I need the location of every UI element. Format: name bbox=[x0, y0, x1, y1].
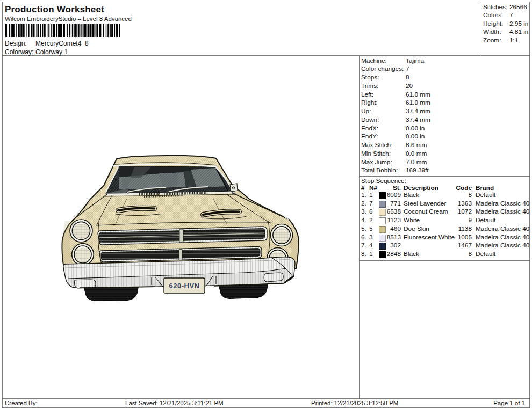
row-brand: Madeira Classic 40 bbox=[476, 208, 529, 216]
barcode-bar bbox=[8, 24, 8, 37]
stop-sequence-row: 2.7771Steel Lavender1363Madeira Classic … bbox=[360, 200, 529, 208]
barcode-bar bbox=[48, 24, 49, 37]
column-header-brand: Brand bbox=[476, 184, 494, 192]
barcode-bar bbox=[119, 24, 120, 37]
machine-info-value: 61.0 mm bbox=[406, 91, 430, 99]
machine-info-label: EndY: bbox=[361, 133, 378, 141]
machine-info-label: EndX: bbox=[361, 125, 378, 133]
footer-created-by: Created By: bbox=[5, 399, 38, 407]
machine-info-value: 37.4 mm bbox=[406, 107, 430, 116]
barcode-bar bbox=[5, 24, 7, 37]
row-code: 8 bbox=[438, 191, 472, 200]
row-code: 1138 bbox=[438, 225, 472, 233]
machine-info-row: Left:61.0 mm bbox=[360, 91, 529, 99]
machine-info-label: Down: bbox=[361, 116, 379, 125]
row-thread-number: 2848 bbox=[384, 250, 401, 259]
barcode-bar bbox=[21, 24, 23, 37]
barcode-bar bbox=[11, 24, 12, 37]
barcode-bar bbox=[106, 24, 106, 37]
row-code: 1363 bbox=[438, 200, 472, 208]
row-brand: Default bbox=[476, 250, 495, 259]
row-thread-number: 8513 bbox=[384, 233, 401, 242]
row-number: 6. bbox=[361, 233, 366, 242]
row-code: 9 bbox=[438, 216, 472, 225]
barcode-bar bbox=[90, 24, 92, 37]
stats-label: Colors: bbox=[483, 11, 503, 20]
barcode-bar bbox=[114, 24, 115, 37]
design-value: MercuryComet4_8 bbox=[35, 40, 89, 47]
row-description: White bbox=[404, 216, 420, 225]
barcode-bar bbox=[56, 24, 57, 37]
barcode-bar bbox=[105, 24, 105, 37]
machine-info-label: Max Stitch: bbox=[361, 141, 392, 150]
row-code: 1467 bbox=[438, 242, 472, 250]
machine-info-label: Right: bbox=[361, 99, 378, 107]
footer-last-saved: Last Saved: 12/21/2025 3:11:21 PM bbox=[125, 399, 224, 407]
barcode-icon bbox=[5, 24, 120, 37]
barcode-bar bbox=[83, 24, 84, 37]
column-header-stitches: St. bbox=[384, 184, 401, 192]
colorway-row: Colorway: Colorway 1 bbox=[3, 48, 218, 56]
barcode-bar bbox=[31, 24, 33, 37]
footer-printed: Printed: 12/21/2025 3:12:58 PM bbox=[311, 399, 398, 407]
column-header-needle: N# bbox=[369, 184, 377, 192]
barcode-bar bbox=[9, 24, 10, 37]
stats-value: 7 bbox=[509, 11, 513, 20]
colorway-label: Colorway: bbox=[5, 48, 33, 56]
machine-info-value: 169.39ft bbox=[406, 166, 429, 175]
machine-info-row: Machine:Tajima bbox=[360, 57, 529, 65]
stats-label: Height: bbox=[483, 20, 503, 28]
barcode-bar bbox=[63, 24, 65, 37]
row-number: 3. bbox=[361, 208, 366, 216]
row-needle: 6 bbox=[369, 208, 373, 216]
stop-sequence-row: 6.38513Fluorescent White1005Madeira Clas… bbox=[360, 233, 529, 242]
barcode-bar bbox=[18, 24, 20, 37]
footer: Created By: Last Saved: 12/21/2025 3:11:… bbox=[3, 398, 529, 407]
row-needle: 1 bbox=[369, 250, 373, 259]
barcode-bar bbox=[36, 24, 37, 37]
barcode-bar bbox=[44, 24, 45, 37]
machine-info-value: 61.0 mm bbox=[406, 99, 430, 107]
machine-info-row: EndY:0.00 in bbox=[360, 133, 529, 141]
row-description: Doe Skin bbox=[404, 225, 429, 233]
barcode-bar bbox=[60, 24, 62, 37]
stats-row: Stitches:26566 bbox=[481, 3, 529, 12]
barcode-bar bbox=[81, 24, 82, 37]
machine-info-row: Stops:8 bbox=[360, 74, 529, 82]
headlight-left-upper bbox=[70, 220, 92, 242]
column-header-description: Description bbox=[404, 184, 438, 192]
machine-info-row: Trims:20 bbox=[360, 82, 529, 91]
barcode-bar bbox=[84, 24, 87, 37]
row-number: 2. bbox=[361, 200, 366, 208]
barcode-bar bbox=[94, 24, 95, 37]
machine-info-row: Color changes:7 bbox=[360, 65, 529, 74]
barcode-bar bbox=[33, 24, 35, 37]
stop-sequence-row: 5.5460Doe Skin1138Madeira Classic 40 bbox=[360, 225, 529, 233]
row-number: 7. bbox=[361, 242, 366, 250]
stop-sequence-row: 4.21123White9Default bbox=[360, 216, 529, 225]
barcode-bar bbox=[58, 24, 60, 37]
row-number: 4. bbox=[361, 216, 366, 225]
stats-row: Height:2.95 in bbox=[481, 20, 529, 28]
stop-sequence-row: 8.12848Black8Default bbox=[360, 250, 529, 259]
row-needle: 7 bbox=[369, 200, 373, 208]
row-thread-number: 771 bbox=[384, 200, 401, 208]
barcode-bar bbox=[42, 24, 43, 37]
row-thread-number: 1123 bbox=[384, 216, 401, 225]
row-brand: Madeira Classic 40 bbox=[476, 200, 529, 208]
machine-info-value: 0.00 in bbox=[406, 125, 425, 133]
headlight-left-lower bbox=[72, 244, 94, 266]
row-code: 8 bbox=[438, 250, 472, 259]
machine-info-row: Max Jump:7.0 mm bbox=[360, 158, 529, 167]
barcode-bar bbox=[51, 24, 52, 37]
barcode-bar bbox=[96, 24, 98, 37]
barcode-bar bbox=[99, 24, 101, 37]
machine-info-label: Total Bobbin: bbox=[361, 166, 398, 175]
barcode-bar bbox=[38, 24, 39, 37]
machine-info-label: Min Stitch: bbox=[361, 150, 391, 158]
barcode-bar bbox=[45, 24, 46, 37]
header: Production Worksheet Wilcom EmbroiderySt… bbox=[3, 2, 529, 56]
barcode-bar bbox=[53, 24, 55, 37]
row-number: 1. bbox=[361, 191, 366, 200]
machine-info-value: 0.0 mm bbox=[406, 150, 427, 158]
